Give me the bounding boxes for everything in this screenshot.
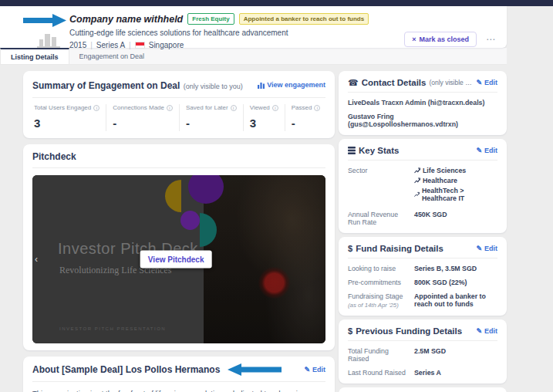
stat-viewed: Viewedi 3 — [243, 104, 285, 131]
company-meta: 2015 | Series A | Singapore — [69, 41, 369, 49]
pitchdeck-preview[interactable]: Investor Pitch Deck Revolutionizing Life… — [32, 175, 325, 343]
annotation-arrow-left-icon — [226, 363, 282, 376]
mark-as-closed-button[interactable]: × Mark as closed — [404, 32, 477, 47]
visibility-note: (only visible to you) — [429, 79, 473, 86]
contact-entry: LiveDeals Tracxn Admin (hi@tracxn.deals) — [348, 99, 497, 106]
sector-item: Life Sciences — [414, 167, 497, 174]
view-engagement-link[interactable]: View engagement — [258, 81, 325, 89]
sector-item: HealthTech > Healthcare IT — [414, 187, 497, 202]
stack-icon — [348, 147, 356, 154]
info-icon[interactable]: i — [314, 105, 320, 111]
dollar-icon: $ — [348, 245, 352, 253]
edit-pencil-icon: ✎ — [476, 327, 482, 335]
engagement-summary-heading: Summary of Engagement on Deal (only visi… — [32, 78, 243, 92]
fund-raising-card: $ Fund Raising Details ✎ Edit Looking to… — [339, 237, 507, 316]
edit-pencil-icon: ✎ — [476, 245, 482, 252]
edit-pencil-icon: ✎ — [476, 147, 482, 154]
info-icon[interactable]: i — [231, 105, 237, 111]
tab-bar: Listing Details Engagement on Deal — [0, 48, 507, 65]
last-round-raised-row: Last Round Raised Series A — [348, 369, 497, 377]
as-of-date: (as of 14th Apr '25) — [348, 302, 410, 309]
info-icon[interactable]: i — [272, 105, 278, 111]
company-tagline: Cutting-edge life sciences solutions for… — [69, 29, 369, 37]
tab-engagement-on-deal[interactable]: Engagement on Deal — [69, 48, 155, 64]
key-stats-card: Key Stats ✎ Edit Sector Life Sciences — [339, 139, 507, 233]
contact-edit-link[interactable]: ✎ Edit — [476, 79, 497, 86]
total-funding-raised-row: Total Funding Raised 2.5M SGD — [348, 347, 497, 363]
revenue-run-rate-value: 450K SGD — [414, 211, 497, 218]
edit-label: Edit — [484, 147, 497, 154]
info-icon[interactable]: i — [93, 105, 99, 111]
key-stats-edit-link[interactable]: ✎ Edit — [476, 147, 497, 154]
listing-settings-card: ⚙⚙ Listing Settings (only visible to you… — [339, 387, 507, 392]
engagement-stats-row: Total Users Engagedi 3 Connections Madei… — [32, 98, 325, 131]
engagement-summary-card: Summary of Engagement on Deal (only visi… — [23, 71, 335, 138]
badge-fresh-equity: Fresh Equity — [187, 13, 234, 25]
stat-label: Total Users Engaged — [34, 104, 91, 111]
right-column: ☎ Contact Details (only visible to you) … — [339, 71, 507, 392]
fund-raising-edit-link[interactable]: ✎ Edit — [476, 245, 497, 252]
carousel-prev-icon[interactable]: ‹ — [35, 254, 38, 265]
tab-listing-details[interactable]: Listing Details — [0, 48, 69, 64]
sector-trend-icon — [414, 191, 420, 198]
stat-connections-made: Connections Madei - — [106, 104, 179, 131]
stat-passed: Passedi - — [285, 104, 327, 131]
edit-pencil-icon: ✎ — [476, 79, 482, 86]
contact-details-card: ☎ Contact Details (only visible to you) … — [339, 71, 507, 135]
mark-as-closed-label: Mark as closed — [419, 35, 469, 43]
stat-label: Passed — [292, 104, 312, 111]
stat-total-users-engaged: Total Users Engagedi 3 — [32, 104, 106, 131]
close-x-icon: × — [412, 35, 416, 43]
stat-label: Connections Made — [113, 104, 164, 111]
edit-label: Edit — [312, 366, 325, 373]
bar-chart-icon — [258, 82, 265, 89]
contact-details-title: Contact Details — [362, 78, 427, 87]
stat-label: Saved for Later — [186, 104, 228, 111]
badge-fundraising-stage: Appointed a banker to reach out to funds — [239, 13, 369, 25]
sector-trend-icon — [414, 177, 420, 184]
founded-year: 2015 — [69, 41, 86, 49]
sector-trend-icon — [414, 167, 420, 174]
contact-entry: Gustavo Fring (gus@Lospolloshermanos.vdt… — [348, 113, 497, 128]
about-title: About [Sample Deal] Los Pollos Hermanos — [32, 364, 220, 375]
deal-listing-page: Company name withheld Fresh Equity Appoi… — [0, 0, 553, 392]
more-options-button[interactable]: ⋯ — [483, 32, 499, 46]
pitchdeck-title: Pitchdeck — [32, 151, 76, 162]
phone-icon: ☎ — [348, 79, 359, 87]
key-stats-title: Key Stats — [359, 146, 399, 155]
engagement-summary-title: Summary of Engagement on Deal — [32, 80, 180, 91]
previous-funding-title: Previous Funding Details — [356, 326, 462, 336]
top-navigation-bar — [0, 0, 553, 6]
stat-label: Viewed — [250, 104, 270, 111]
deal-header-main: Company name withheld Fresh Equity Appoi… — [69, 13, 369, 49]
fund-raising-title: Fund Raising Details — [356, 244, 443, 253]
sector-label: Sector — [348, 167, 414, 174]
revenue-run-rate-label: Annual Revenue Run Rate — [348, 211, 414, 226]
stat-value: - — [292, 117, 321, 130]
left-column: Summary of Engagement on Deal (only visi… — [23, 71, 335, 392]
stat-saved-for-later: Saved for Lateri - — [179, 104, 243, 131]
edit-label: Edit — [484, 79, 497, 86]
edit-label: Edit — [484, 245, 497, 252]
main-content: Summary of Engagement on Deal (only visi… — [0, 65, 553, 392]
fundraising-stage-row: Fundraising Stage (as of 14th Apr '25) A… — [348, 292, 497, 309]
stat-value: - — [113, 117, 173, 130]
edit-pencil-icon: ✎ — [304, 366, 310, 373]
view-engagement-label: View engagement — [267, 81, 325, 89]
edit-label: Edit — [484, 327, 497, 335]
view-pitchdeck-button[interactable]: View Pitchdeck — [140, 251, 212, 269]
meta-divider: | — [129, 41, 131, 49]
pre-commitments-row: Pre-commitments 800K SGD (22%) — [348, 279, 497, 286]
header-actions: × Mark as closed ⋯ — [404, 32, 499, 47]
singapore-flag-icon — [135, 42, 145, 49]
annotation-arrow-right-icon — [23, 14, 66, 27]
stat-value: 3 — [250, 117, 278, 130]
last-round: Series A — [96, 41, 125, 49]
about-edit-link[interactable]: ✎ Edit — [304, 366, 325, 373]
previous-funding-edit-link[interactable]: ✎ Edit — [476, 327, 497, 335]
country: Singapore — [149, 41, 184, 49]
meta-divider: | — [90, 41, 93, 49]
info-icon[interactable]: i — [167, 105, 173, 111]
company-logo-placeholder — [35, 26, 62, 48]
building-icon — [37, 31, 60, 48]
